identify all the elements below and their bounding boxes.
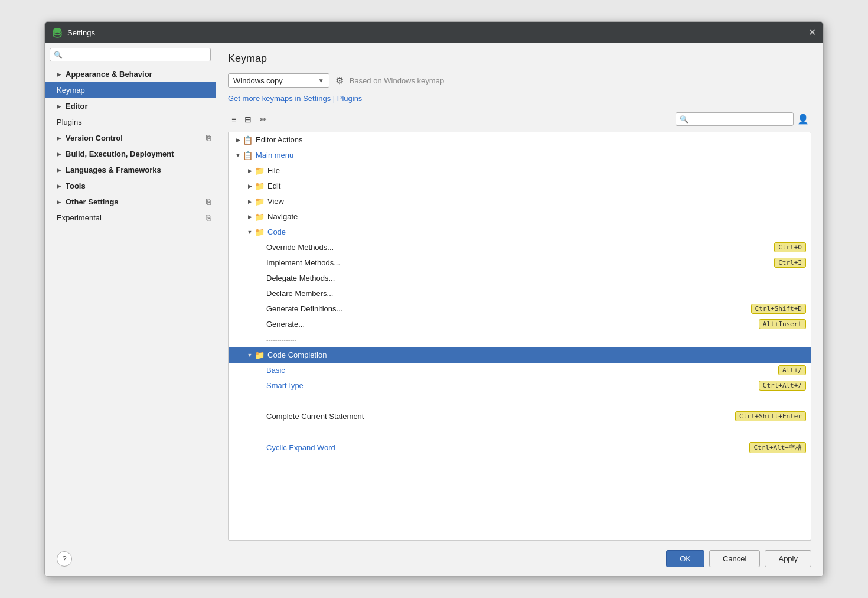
keymap-search-box[interactable]: 🔍 (676, 112, 794, 126)
tree-row[interactable]: ▼ 📋 Main menu (229, 148, 811, 163)
chevron-right-icon: ▶ (245, 214, 254, 220)
sidebar-search-icon: 🔍 (54, 51, 63, 59)
chevron-down-icon: ▼ (233, 152, 243, 158)
tree-item-label: SmartType (266, 381, 754, 390)
title-bar-left: Settings (52, 27, 95, 38)
dialog-footer: ? OK Cancel Apply (45, 541, 823, 576)
tree-item-label: Implement Methods... (266, 258, 769, 267)
sidebar-item-label: Plugins (57, 118, 82, 126)
shortcut-badge: Alt+/ (778, 365, 806, 375)
tree-row[interactable]: ▶ 📁 View (229, 194, 811, 209)
tree-row[interactable]: ▶ 📋 Editor Actions (229, 132, 811, 148)
tree-item-label: Cyclic Expand Word (266, 443, 745, 452)
sidebar-item-other[interactable]: ▶ Other Settings ⎘ (45, 194, 216, 210)
separator-label: -------------- (266, 398, 806, 405)
folder-icon: 📁 (254, 181, 265, 191)
sidebar-item-tools[interactable]: ▶ Tools (45, 178, 216, 194)
footer-right: OK Cancel Apply (666, 550, 811, 567)
tree-row[interactable]: ▶ 📁 Edit (229, 178, 811, 194)
chevron-right-icon: ▶ (57, 183, 61, 189)
tree-row[interactable]: Generate Definitions... Ctrl+Shift+D (229, 301, 811, 317)
tree-item-label: Editor Actions (256, 135, 806, 144)
tree-row[interactable]: Generate... Alt+Insert (229, 317, 811, 332)
close-button[interactable]: ✕ (808, 28, 816, 37)
shortcut-badge: Ctrl+Alt+/ (759, 381, 806, 391)
chevron-right-icon: ▶ (57, 151, 61, 157)
tree-item-label: Declare Members... (266, 289, 806, 298)
chevron-down-icon: ▼ (245, 352, 254, 358)
copy-icon: ⎘ (206, 213, 211, 222)
tree-row-code-completion[interactable]: ▼ 📁 Code Completion (229, 347, 811, 363)
folder-icon: 📁 (254, 166, 265, 176)
sidebar-item-plugins[interactable]: Plugins (45, 114, 216, 130)
group-icon: 📋 (243, 135, 253, 145)
sidebar-item-experimental[interactable]: Experimental ⎘ (45, 210, 216, 226)
ok-button[interactable]: OK (666, 550, 704, 567)
tree-item-label: Edit (267, 181, 806, 190)
tree-item-label: Main menu (256, 151, 806, 160)
tree-row-cyclic-expand[interactable]: Cyclic Expand Word Ctrl+Alt+空格 (229, 440, 811, 456)
shortcut-badge: Ctrl+Alt+空格 (749, 442, 806, 453)
keymap-search-input[interactable] (691, 115, 789, 124)
keymap-plugins-link[interactable]: Get more keymaps in Settings | Plugins (228, 94, 811, 103)
sidebar-item-languages[interactable]: ▶ Languages & Frameworks (45, 162, 216, 178)
chevron-down-icon: ▼ (245, 229, 254, 235)
tree-item-label: File (267, 166, 806, 175)
sidebar-item-build[interactable]: ▶ Build, Execution, Deployment (45, 146, 216, 162)
chevron-right-icon: ▶ (57, 199, 61, 205)
sidebar-item-label: Languages & Frameworks (66, 165, 161, 174)
keymap-tree[interactable]: ▶ 📋 Editor Actions ▼ 📋 Main menu ▶ 📁 Fil… (228, 132, 811, 541)
folder-icon: 📁 (254, 228, 265, 237)
tree-item-label: Basic (266, 366, 774, 375)
expand-all-button[interactable]: ≡ (228, 112, 240, 126)
keymap-based-label: Based on Windows keymap (350, 76, 444, 85)
tree-item-label: Code (267, 228, 806, 236)
page-title: Keymap (228, 53, 811, 65)
tree-row[interactable]: ▶ 📁 Navigate (229, 209, 811, 225)
tree-item-label: Generate... (266, 320, 754, 329)
folder-icon: 📁 (254, 350, 265, 360)
sidebar-item-label: Keymap (57, 86, 85, 95)
collapse-all-button[interactable]: ⊟ (241, 112, 255, 126)
keymap-select-label: Windows copy (233, 76, 283, 85)
sidebar-item-vcs[interactable]: ▶ Version Control ⎘ (45, 130, 216, 146)
sidebar-item-label: Editor (66, 102, 88, 110)
tree-row[interactable]: Implement Methods... Ctrl+I (229, 255, 811, 271)
cancel-button[interactable]: Cancel (709, 550, 760, 567)
separator-label: -------------- (266, 428, 806, 436)
tree-row[interactable]: ▼ 📁 Code (229, 225, 811, 240)
tree-row[interactable]: Delegate Methods... (229, 271, 811, 286)
help-button[interactable]: ? (57, 551, 72, 567)
tree-separator-row: -------------- (229, 394, 811, 409)
sidebar-search-box[interactable]: 🔍 (50, 48, 211, 61)
sidebar-search-input[interactable] (65, 50, 207, 59)
tree-row[interactable]: Declare Members... (229, 286, 811, 301)
tree-row[interactable]: ▶ 📁 File (229, 163, 811, 178)
edit-button[interactable]: ✏ (256, 112, 270, 126)
tree-item-label: Complete Current Statement (266, 412, 730, 421)
footer-left: ? (57, 551, 72, 567)
sidebar-item-label: Appearance & Behavior (66, 70, 152, 79)
tree-item-label: Override Methods... (266, 243, 769, 252)
tree-row[interactable]: Basic Alt+/ (229, 363, 811, 378)
find-shortcut-icon[interactable]: 👤 (795, 111, 811, 127)
folder-icon: 📁 (254, 212, 265, 222)
keymap-toolbar: ≡ ⊟ ✏ 🔍 👤 (228, 109, 811, 129)
tree-row[interactable]: Override Methods... Ctrl+O (229, 240, 811, 255)
chevron-right-icon: ▶ (57, 72, 61, 77)
copy-icon: ⎘ (206, 197, 211, 206)
gear-icon[interactable]: ⚙ (335, 75, 344, 86)
apply-button[interactable]: Apply (765, 550, 811, 567)
shortcut-badge: Alt+Insert (759, 319, 806, 329)
tree-row[interactable]: SmartType Ctrl+Alt+/ (229, 378, 811, 394)
sidebar-item-appearance[interactable]: ▶ Appearance & Behavior (45, 66, 216, 82)
chevron-right-icon: ▶ (245, 199, 254, 204)
group-icon: 📋 (243, 151, 253, 160)
keymap-header: Windows copy ▼ ⚙ Based on Windows keymap (228, 73, 811, 88)
keymap-dropdown[interactable]: Windows copy ▼ (228, 73, 329, 88)
sidebar-item-keymap[interactable]: Keymap (45, 82, 216, 98)
sidebar-item-editor[interactable]: ▶ Editor (45, 98, 216, 114)
chevron-right-icon: ▶ (57, 103, 61, 109)
shortcut-badge: Ctrl+O (774, 242, 806, 252)
tree-row[interactable]: Complete Current Statement Ctrl+Shift+En… (229, 409, 811, 424)
